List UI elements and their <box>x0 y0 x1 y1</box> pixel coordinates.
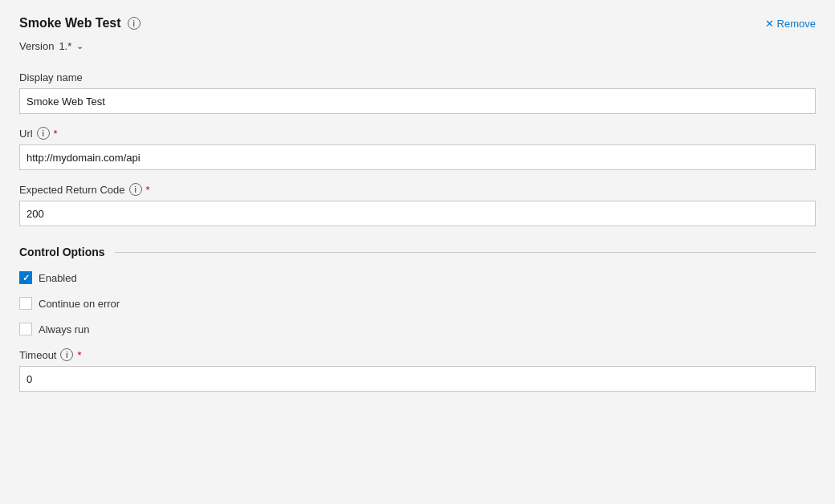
display-name-label: Display name <box>19 71 816 83</box>
timeout-info-icon[interactable]: i <box>60 348 73 361</box>
continue-on-error-checkbox[interactable] <box>19 297 32 310</box>
always-run-checkbox[interactable] <box>19 323 32 335</box>
remove-label: Remove <box>777 18 816 30</box>
panel-header: Smoke Web Test i ✕ Remove <box>19 16 816 30</box>
timeout-group: Timeout i * <box>19 348 816 392</box>
return-code-group: Expected Return Code i * <box>19 183 816 226</box>
url-info-icon[interactable]: i <box>37 127 50 140</box>
return-code-required-star: * <box>146 184 150 196</box>
panel-title: Smoke Web Test <box>19 16 121 30</box>
enabled-label: Enabled <box>39 272 77 284</box>
continue-on-error-checkbox-row: Continue on error <box>19 297 816 310</box>
version-chevron-icon[interactable]: ⌄ <box>76 41 84 51</box>
control-options-title: Control Options <box>19 246 105 258</box>
version-label: Version <box>19 40 54 52</box>
return-code-input[interactable] <box>19 201 816 226</box>
section-divider-line <box>115 252 816 253</box>
display-name-group: Display name <box>19 71 816 114</box>
always-run-label: Always run <box>39 323 90 335</box>
remove-button[interactable]: ✕ Remove <box>765 18 816 30</box>
timeout-label: Timeout i * <box>19 348 816 361</box>
control-options-divider: Control Options <box>19 246 816 258</box>
return-code-label: Expected Return Code i * <box>19 183 816 196</box>
url-label: Url i * <box>19 127 816 140</box>
always-run-checkbox-row: Always run <box>19 323 816 335</box>
enabled-checkbox-row: Enabled <box>19 271 816 284</box>
display-name-input[interactable] <box>19 88 816 114</box>
timeout-input[interactable] <box>19 366 816 392</box>
title-info-icon[interactable]: i <box>128 17 141 30</box>
smoke-web-test-panel: Smoke Web Test i ✕ Remove Version 1.* ⌄ … <box>0 0 835 504</box>
close-icon: ✕ <box>765 18 774 30</box>
version-row: Version 1.* ⌄ <box>19 40 816 52</box>
enabled-checkbox[interactable] <box>19 271 32 284</box>
timeout-required-star: * <box>77 349 81 361</box>
version-value: 1.* <box>59 40 71 52</box>
panel-title-area: Smoke Web Test i <box>19 16 141 30</box>
url-input[interactable] <box>19 144 816 170</box>
url-required-star: * <box>54 128 58 140</box>
return-code-info-icon[interactable]: i <box>129 183 142 196</box>
continue-on-error-label: Continue on error <box>39 298 120 310</box>
url-group: Url i * <box>19 127 816 170</box>
